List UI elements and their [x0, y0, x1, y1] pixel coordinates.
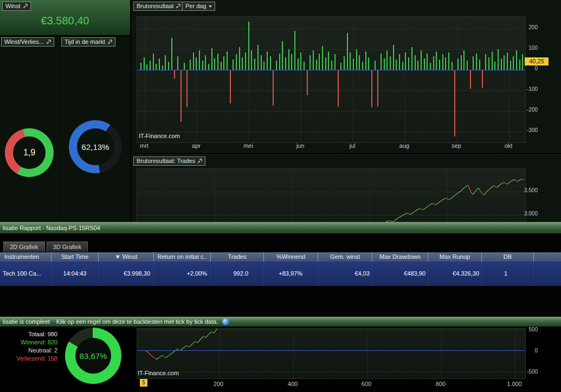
status-left-text: lisatie is compleet [3, 318, 50, 325]
daily-bar [415, 55, 416, 70]
daily-gross-chip-label: Brutoresultaat [137, 3, 173, 10]
wrench-icon [23, 4, 28, 9]
table-cell: +83,97% [264, 262, 318, 286]
stat-line: Totaal: 980 [0, 330, 57, 338]
column-header[interactable]: Instrumenten [0, 252, 51, 262]
daily-bar [334, 54, 336, 70]
daily-bar [445, 57, 446, 70]
table-cell: €3.998,30 [99, 262, 154, 286]
per-dag-dropdown[interactable]: Per dag [182, 2, 215, 11]
daily-gross-plot[interactable]: IT-Finance.com [137, 16, 526, 143]
table-cell: €483,90 [372, 262, 428, 286]
gridline [137, 29, 525, 29]
backtest-equity-plot[interactable]: IT-Finance.com [137, 328, 526, 379]
stats-block: Totaal: 980Winnend: 820Neutraal: 2Verlie… [0, 330, 57, 363]
column-header-filler [534, 252, 561, 262]
daily-bar [322, 46, 323, 70]
column-header[interactable]: %Winnend [264, 252, 318, 262]
report-row[interactable]: Tech 100 Ca...14:04:43€3.998,30+2,00%992… [0, 262, 561, 286]
daily-bar [325, 57, 326, 70]
zero-line [137, 350, 525, 351]
daily-bar [359, 55, 360, 70]
column-header[interactable]: Max Runup [428, 252, 482, 262]
daily-bar [338, 70, 339, 107]
column-header[interactable]: DB [482, 252, 534, 262]
daily-bar [309, 55, 311, 70]
daily-bar [165, 55, 166, 70]
time-in-market-chip[interactable]: Tijd in de markt [61, 37, 115, 47]
daily-gross-chip[interactable]: Brutoresultaat [133, 2, 184, 11]
win-rate-value: 83,67% [80, 351, 107, 361]
daily-bar [307, 70, 308, 95]
daily-bar [507, 53, 508, 70]
daily-bar [208, 64, 209, 70]
time-in-market-chip-label: Tijd in de markt [65, 38, 105, 45]
daily-bar [362, 62, 363, 70]
daily-bar [319, 54, 320, 70]
time-in-market-donut-hole: 62,13% [77, 128, 114, 165]
daily-bar [421, 50, 422, 70]
column-header[interactable]: Trades [211, 252, 264, 262]
daily-bar [405, 53, 406, 70]
column-header[interactable]: Return on initial c.. [154, 252, 211, 262]
report-window-titlebar[interactable]: lisatie Rapport - Nasdaq-PS-15RS04 [0, 222, 561, 233]
daily-bar [270, 56, 271, 70]
y-axis-tick: 0 [511, 66, 538, 72]
table-cell: 1 [482, 262, 534, 286]
daily-bar [261, 55, 262, 70]
wrench-icon [107, 40, 112, 44]
win-loss-donut: 1,9 [5, 128, 54, 177]
daily-bar [501, 58, 502, 70]
tab-2d-grafiek[interactable]: 2D Grafiek [3, 241, 45, 252]
x-axis-tick: apr [188, 142, 204, 149]
tab-3d-grafiek[interactable]: 3D Grafiek [47, 241, 88, 252]
column-header[interactable]: Max Drawdown [372, 252, 428, 262]
trades-equity-plot[interactable] [137, 168, 526, 224]
win-loss-chip[interactable]: Winst/Verlies... [1, 37, 54, 47]
status-bar[interactable]: lisatie is compleet Klik op een regel om… [0, 317, 561, 326]
daily-bar [381, 54, 382, 70]
winst-chip[interactable]: Winst [2, 2, 31, 11]
gridline [137, 111, 525, 112]
daily-bar [498, 49, 499, 70]
status-message: Klik op een regel om deze te backtesten … [56, 318, 218, 325]
daily-bar [199, 50, 200, 70]
daily-bar [411, 47, 412, 70]
win-loss-ratio-value: 1,9 [23, 148, 35, 158]
gridline [405, 17, 405, 142]
current-value-tag: 40,25 [525, 57, 549, 66]
gridline [137, 90, 525, 91]
daily-bar [353, 58, 354, 70]
daily-bar [384, 58, 385, 70]
column-header[interactable]: Gem. winst [318, 252, 372, 262]
win-loss-panel: Winst/Verlies... 1,9 [0, 36, 59, 222]
daily-bar [417, 61, 418, 70]
win-loss-chip-label: Winst/Verlies... [4, 38, 44, 45]
daily-bar [300, 53, 301, 70]
y-axis-tick: -200 [511, 107, 538, 113]
x-axis-tick: jun [292, 142, 308, 149]
daily-bar [461, 55, 462, 70]
daily-bar [442, 54, 443, 70]
column-header[interactable]: Start Time [51, 252, 99, 262]
daily-bar [251, 50, 252, 70]
daily-bar [433, 56, 434, 70]
trades-equity-chip[interactable]: Brutoresultaat: Trades [133, 156, 205, 166]
table-cell: €4,03 [318, 262, 372, 286]
daily-bar [153, 54, 154, 70]
gridline [145, 17, 145, 142]
daily-bar [186, 70, 188, 107]
report-window-title: lisatie Rapport - Nasdaq-PS-15RS04 [3, 225, 100, 231]
y-axis-tick: -100 [511, 86, 538, 93]
daily-bar [473, 56, 474, 70]
report-header-row: InstrumentenStart Time▼ WinstReturn on i… [0, 252, 561, 262]
wrench-icon [197, 159, 202, 164]
daily-bar [331, 61, 332, 70]
daily-bar [242, 57, 243, 70]
column-header[interactable]: ▼ Winst [99, 252, 154, 262]
daily-bar [386, 50, 388, 70]
daily-bar [193, 53, 194, 70]
daily-bar [396, 60, 397, 70]
gridline [509, 17, 510, 142]
daily-bar [285, 57, 286, 70]
